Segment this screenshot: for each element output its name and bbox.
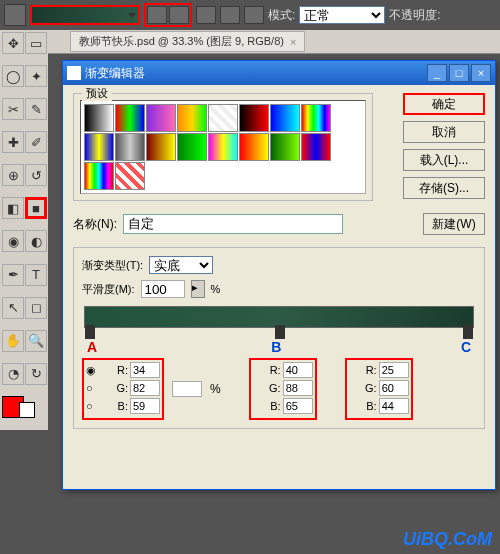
rotate-tool[interactable]: ↻ — [25, 363, 47, 385]
preset-swatch[interactable] — [115, 104, 145, 132]
healing-tool[interactable]: ✚ — [2, 131, 24, 153]
close-icon[interactable]: × — [290, 36, 296, 48]
stamp-tool[interactable]: ⊕ — [2, 164, 24, 186]
letter-a: A — [87, 339, 97, 355]
watermark: UiBQ.CoM — [403, 529, 492, 550]
letter-b: B — [271, 339, 281, 355]
smooth-unit: % — [211, 283, 221, 295]
shape-tool[interactable]: ◻ — [25, 297, 47, 319]
lasso-tool[interactable]: ◯ — [2, 65, 24, 87]
cancel-button[interactable]: 取消 — [403, 121, 485, 143]
gradient-bar[interactable]: A B C — [84, 306, 474, 328]
path-tool[interactable]: ↖ — [2, 297, 24, 319]
preset-grid — [80, 100, 366, 194]
brush-tool[interactable]: ✐ — [25, 131, 47, 153]
eraser-tool[interactable]: ◧ — [2, 197, 24, 219]
rgb-group-a: ◉R: ○G: ○B: — [82, 358, 164, 420]
preset-swatch[interactable] — [84, 133, 114, 161]
dialog-titlebar[interactable]: 渐变编辑器 _ □ × — [63, 61, 495, 85]
preset-swatch[interactable] — [84, 162, 114, 190]
preset-swatch[interactable] — [270, 133, 300, 161]
type-label: 渐变类型(T): — [82, 258, 143, 273]
background-color[interactable] — [19, 402, 35, 418]
maximize-button[interactable]: □ — [449, 64, 469, 82]
preset-swatch[interactable] — [177, 104, 207, 132]
preset-swatch[interactable] — [146, 133, 176, 161]
tool-indicator — [4, 4, 26, 26]
new-button[interactable]: 新建(W) — [423, 213, 485, 235]
mode-label: 模式: — [268, 7, 295, 24]
gradient-settings: 渐变类型(T): 实底 平滑度(M): ▸ % A B C ◉R — [73, 247, 485, 429]
close-button[interactable]: × — [471, 64, 491, 82]
name-row: 名称(N): 新建(W) — [73, 213, 485, 235]
document-tab[interactable]: 教师节快乐.psd @ 33.3% (图层 9, RGB/8) × — [70, 31, 305, 52]
blur-tool[interactable]: ◉ — [2, 230, 24, 252]
g-input-b[interactable] — [283, 380, 313, 396]
preset-swatch[interactable] — [115, 133, 145, 161]
color-stop-a[interactable] — [85, 325, 95, 339]
r-input-a[interactable] — [130, 362, 160, 378]
diamond-gradient-button[interactable] — [244, 6, 264, 24]
options-bar: 模式: 正常 不透明度: — [0, 0, 500, 30]
preset-swatch[interactable] — [146, 104, 176, 132]
chevron-down-icon — [128, 13, 136, 18]
preset-swatch[interactable] — [208, 133, 238, 161]
save-button[interactable]: 存储(S)... — [403, 177, 485, 199]
dialog-buttons: 确定 取消 载入(L)... 存储(S)... — [403, 93, 485, 199]
rgb-group-c: R: G: B: — [345, 358, 413, 420]
preset-swatch[interactable] — [301, 133, 331, 161]
g-input-c[interactable] — [379, 380, 409, 396]
b-input-c[interactable] — [379, 398, 409, 414]
document-tab-row: 教师节快乐.psd @ 33.3% (图层 9, RGB/8) × — [0, 30, 500, 54]
notes-tool[interactable]: ◔ — [2, 363, 24, 385]
preset-swatch[interactable] — [177, 133, 207, 161]
smooth-input[interactable] — [141, 280, 185, 298]
wand-tool[interactable]: ✦ — [25, 65, 47, 87]
marquee-tool[interactable]: ▭ — [25, 32, 47, 54]
ok-button[interactable]: 确定 — [403, 93, 485, 115]
pct-box-a[interactable] — [172, 381, 202, 397]
smooth-arrow-button[interactable]: ▸ — [191, 280, 205, 298]
reflected-gradient-button[interactable] — [220, 6, 240, 24]
document-title: 教师节快乐.psd @ 33.3% (图层 9, RGB/8) — [79, 34, 284, 49]
dialog-title: 渐变编辑器 — [85, 65, 145, 82]
presets-frame: 预设 — [73, 93, 373, 201]
load-button[interactable]: 载入(L)... — [403, 149, 485, 171]
name-input[interactable] — [123, 214, 343, 234]
dodge-tool[interactable]: ◐ — [25, 230, 47, 252]
color-stop-c[interactable] — [463, 325, 473, 339]
smooth-label: 平滑度(M): — [82, 282, 135, 297]
type-tool[interactable]: T — [25, 264, 47, 286]
color-stop-b[interactable] — [275, 325, 285, 339]
b-input-a[interactable] — [130, 398, 160, 414]
minimize-button[interactable]: _ — [427, 64, 447, 82]
move-tool[interactable]: ✥ — [2, 32, 24, 54]
b-input-b[interactable] — [283, 398, 313, 414]
name-label: 名称(N): — [73, 216, 117, 233]
preset-swatch[interactable] — [270, 104, 300, 132]
gradient-preview[interactable] — [30, 5, 140, 25]
preset-swatch[interactable] — [239, 104, 269, 132]
zoom-tool[interactable]: 🔍 — [25, 330, 47, 352]
radial-gradient-button[interactable] — [169, 6, 189, 24]
linear-gradient-button[interactable] — [147, 6, 167, 24]
r-input-b[interactable] — [283, 362, 313, 378]
preset-swatch[interactable] — [239, 133, 269, 161]
preset-swatch[interactable] — [301, 104, 331, 132]
history-brush-tool[interactable]: ↺ — [25, 164, 47, 186]
crop-tool[interactable]: ✂ — [2, 98, 24, 120]
type-select[interactable]: 实底 — [149, 256, 213, 274]
hand-tool[interactable]: ✋ — [2, 330, 24, 352]
preset-swatch[interactable] — [115, 162, 145, 190]
preset-swatch[interactable] — [84, 104, 114, 132]
eyedropper-tool[interactable]: ✎ — [25, 98, 47, 120]
mode-select[interactable]: 正常 — [299, 6, 385, 24]
presets-label: 预设 — [82, 86, 112, 101]
gradient-tool[interactable]: ■ — [25, 197, 47, 219]
r-input-c[interactable] — [379, 362, 409, 378]
preset-swatch[interactable] — [208, 104, 238, 132]
pen-tool[interactable]: ✒ — [2, 264, 24, 286]
angle-gradient-button[interactable] — [196, 6, 216, 24]
g-input-a[interactable] — [130, 380, 160, 396]
letter-c: C — [461, 339, 471, 355]
